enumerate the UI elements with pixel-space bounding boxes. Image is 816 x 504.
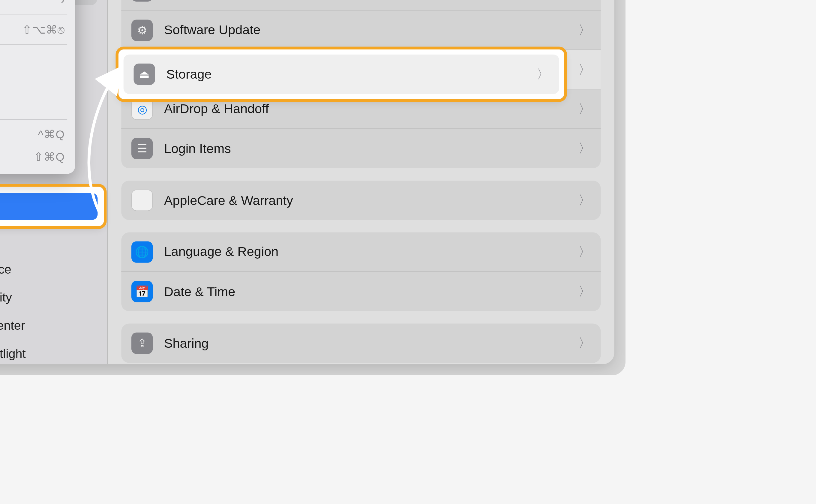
row-login-items[interactable]: ☰ Login Items 〉 xyxy=(121,129,601,168)
row-label: Language & Region xyxy=(164,244,567,259)
row-label: Storage xyxy=(166,67,525,82)
sidebar-item-label: Appearance xyxy=(0,262,11,277)
row-about[interactable]: ▭ About 〉 xyxy=(121,0,601,11)
sharing-icon: ⇪ xyxy=(131,332,153,354)
sidebar-item-accessibility[interactable]: ✪ Accessibility xyxy=(0,284,102,311)
row-date-time[interactable]: 📅 Date & Time 〉 xyxy=(121,272,601,311)
sidebar-item-siri[interactable]: ◉ Siri & Spotlight xyxy=(0,341,102,364)
row-label: Software Update xyxy=(164,23,567,38)
row-label: AirDrop & Handoff xyxy=(164,101,567,116)
row-software-update[interactable]: ⚙ Software Update 〉 xyxy=(121,11,601,50)
highlight-general-inner: ⚙ General xyxy=(0,186,104,227)
menu-log-out[interactable]: Log Out ⇧⌘Q xyxy=(0,146,75,168)
menu-sleep[interactable]: Sleep xyxy=(0,48,75,71)
group-4: ⇪ Sharing 〉 xyxy=(121,323,601,363)
chevron-right-icon: 〉 xyxy=(578,22,591,38)
row-language[interactable]: 🌐 Language & Region 〉 xyxy=(121,233,601,272)
submenu-chevron-icon: › xyxy=(61,0,65,6)
chevron-right-icon: 〉 xyxy=(578,140,591,157)
row-sharing[interactable]: ⇪ Sharing 〉 xyxy=(121,323,601,363)
applecare-icon xyxy=(131,190,153,211)
sidebar-item-appearance[interactable]: ◐ Appearance xyxy=(0,256,102,283)
date-time-icon: 📅 xyxy=(131,281,153,302)
chevron-right-icon: 〉 xyxy=(578,335,591,352)
separator xyxy=(0,44,67,45)
group-2: AppleCare & Warranty 〉 xyxy=(121,181,601,220)
sidebar-item-control-center[interactable]: ⌥ Control Center xyxy=(0,312,102,339)
apple-menu-dropdown: About This Mac System Settings… App Stor… xyxy=(0,0,75,174)
chevron-right-icon: 〉 xyxy=(578,243,591,260)
row-label: Login Items xyxy=(164,141,567,156)
menu-force-quit[interactable]: Force Quit System Settings ⇧⌥⌘⎋ xyxy=(0,19,75,41)
chevron-right-icon: 〉 xyxy=(537,66,549,83)
about-icon: ▭ xyxy=(131,0,153,1)
login-items-icon: ☰ xyxy=(131,138,153,159)
sidebar-item-general-highlight[interactable]: ⚙ General xyxy=(0,193,97,220)
airdrop-icon: ◎ xyxy=(131,98,153,119)
language-icon: 🌐 xyxy=(131,241,153,263)
menu-lock-screen[interactable]: Lock Screen ^⌘Q xyxy=(0,123,75,146)
sidebar-item-label: Control Center xyxy=(0,319,25,333)
menu-restart[interactable]: Restart… xyxy=(0,71,75,93)
row-label: Date & Time xyxy=(164,284,567,299)
row-label: Sharing xyxy=(164,336,567,351)
row-applecare[interactable]: AppleCare & Warranty 〉 xyxy=(121,181,601,220)
group-3: 🌐 Language & Region 〉 📅 Date & Time 〉 xyxy=(121,233,601,311)
chevron-right-icon: 〉 xyxy=(578,61,591,78)
separator xyxy=(0,15,67,15)
chevron-right-icon: 〉 xyxy=(578,192,591,209)
shortcut: ^⌘Q xyxy=(38,128,65,141)
storage-icon: ⏏ xyxy=(133,64,155,85)
shortcut: ⇧⌘Q xyxy=(34,150,65,164)
sidebar-item-label: Accessibility xyxy=(0,290,12,305)
shortcut: ⇧⌥⌘⎋ xyxy=(22,23,65,37)
chevron-right-icon: 〉 xyxy=(578,283,591,300)
software-update-icon: ⚙ xyxy=(131,19,153,41)
menu-recent-items[interactable]: Recent Items › xyxy=(0,0,75,11)
chevron-right-icon: 〉 xyxy=(578,101,591,117)
separator xyxy=(0,119,67,120)
sidebar-item-label: Siri & Spotlight xyxy=(0,347,26,361)
row-label: AppleCare & Warranty xyxy=(164,193,567,208)
row-storage-highlight[interactable]: ⏏ Storage 〉 xyxy=(124,55,559,94)
highlight-storage-inner: ⏏ Storage 〉 xyxy=(118,49,565,100)
menu-shut-down[interactable]: Shut Down… xyxy=(0,93,75,116)
